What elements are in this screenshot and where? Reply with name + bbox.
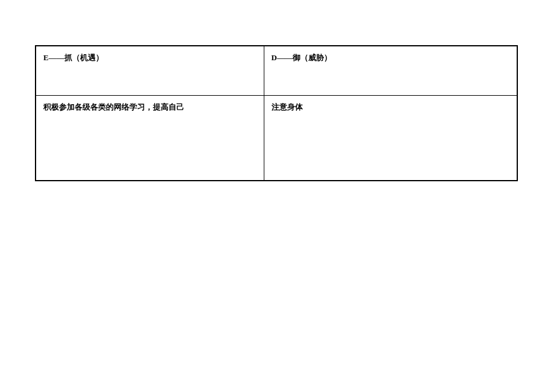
header-label-opportunity: E——抓（机遇） [43, 53, 104, 62]
header-cell-threat: D——御（威胁） [264, 46, 517, 95]
content-cell-opportunity: 积极参加各级各类的网络学习，提高自己 [36, 95, 264, 181]
header-label-threat: D——御（威胁） [272, 53, 332, 62]
table-content-row: 积极参加各级各类的网络学习，提高自己 注意身体 [36, 95, 517, 181]
header-cell-opportunity: E——抓（机遇） [36, 46, 264, 95]
content-text-threat: 注意身体 [272, 102, 303, 111]
content-text-opportunity: 积极参加各级各类的网络学习，提高自己 [43, 102, 184, 111]
table-header-row: E——抓（机遇） D——御（威胁） [36, 46, 517, 95]
content-cell-threat: 注意身体 [264, 95, 517, 181]
swot-table: E——抓（机遇） D——御（威胁） 积极参加各级各类的网络学习，提高自己 注意身… [35, 45, 518, 181]
